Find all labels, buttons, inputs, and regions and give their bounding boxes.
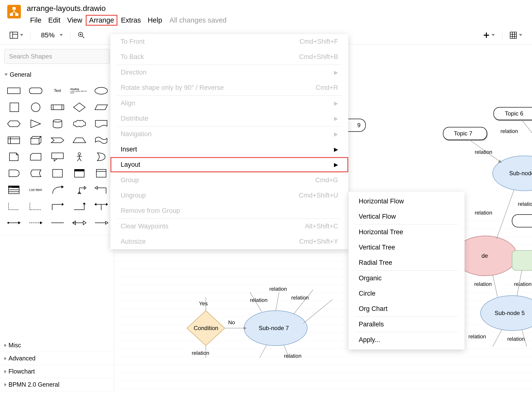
palette-general-header[interactable]: General <box>0 68 114 81</box>
add-button[interactable] <box>481 31 497 40</box>
shape-up-arrow-line[interactable] <box>70 200 88 213</box>
shape-arrow-left[interactable] <box>92 183 110 196</box>
menu-view[interactable]: View <box>64 15 86 26</box>
layout-apply[interactable]: Apply... <box>349 332 465 348</box>
layout-org-chart[interactable]: Org Chart <box>349 301 465 316</box>
shape-internal-storage[interactable] <box>5 134 23 147</box>
shape-hexagon[interactable] <box>5 117 23 130</box>
menu-arrange[interactable]: Arrange <box>86 15 117 26</box>
shape-connector-5[interactable] <box>92 216 110 229</box>
shape-diamond[interactable] <box>70 101 88 114</box>
menu-to-back[interactable]: To BackCmd+Shift+B <box>110 49 348 65</box>
shape-rectangle[interactable] <box>5 84 23 97</box>
shape-actor[interactable] <box>70 150 88 163</box>
shape-cloud[interactable] <box>70 117 88 130</box>
svg-rect-17 <box>8 88 20 94</box>
shape-connector-4[interactable] <box>70 216 88 229</box>
shape-circle[interactable] <box>27 101 45 114</box>
shape-document[interactable] <box>92 117 110 130</box>
node-topic-6[interactable]: Topic 6 <box>494 107 532 120</box>
shape-textbox[interactable]: HeadingLorem ipsum dolor sit amet <box>70 84 88 97</box>
menu-clear-waypoints[interactable]: Clear WaypointsAlt+Shift+C <box>110 219 348 234</box>
menu-autosize[interactable]: AutosizeCmd+Shift+Y <box>110 234 348 249</box>
node-unnamed-pill[interactable] <box>512 215 532 227</box>
app-logo[interactable] <box>7 5 21 18</box>
zoom-dropdown[interactable]: 85% <box>36 30 65 41</box>
shape-container[interactable] <box>49 167 66 180</box>
shape-dashed-corner[interactable] <box>5 200 23 213</box>
menu-group[interactable]: GroupCmd+G <box>110 173 348 188</box>
shape-data-storage[interactable] <box>27 167 45 180</box>
menu-to-front[interactable]: To FrontCmd+Shift+F <box>110 34 348 49</box>
shape-triangle[interactable] <box>27 117 45 130</box>
shape-trapezoid[interactable] <box>70 134 88 147</box>
node-subnode-7[interactable]: Sub-node 7 <box>244 311 307 346</box>
layout-vertical-flow[interactable]: Vertical Flow <box>349 209 465 224</box>
palette-advanced-header[interactable]: Advanced <box>0 352 114 365</box>
node-subnode[interactable]: Sub-node <box>493 156 532 191</box>
layout-horizontal-tree[interactable]: Horizontal Tree <box>349 224 465 240</box>
shape-cube[interactable] <box>27 134 45 147</box>
shape-parallelogram[interactable] <box>92 101 110 114</box>
palette-bpmn-header[interactable]: BPMN 2.0 General <box>0 378 114 391</box>
node-green[interactable] <box>512 250 532 270</box>
layout-horizontal-flow[interactable]: Horizontal Flow <box>349 194 465 209</box>
menu-edit[interactable]: Edit <box>45 15 64 26</box>
palette-misc-header[interactable]: Misc <box>0 339 114 352</box>
node-condition[interactable]: Condition <box>187 311 225 346</box>
shape-ellipse[interactable] <box>92 84 110 97</box>
shape-text[interactable]: Text <box>49 84 66 97</box>
menu-layout[interactable]: Layout▶ <box>110 157 348 172</box>
node-topic-7[interactable]: Topic 7 <box>443 127 487 140</box>
palette-label: BPMN 2.0 General <box>8 381 59 388</box>
shape-right-arrow-line[interactable] <box>49 200 66 213</box>
shape-tape[interactable] <box>92 134 110 147</box>
shape-connector-1[interactable] <box>5 216 23 229</box>
shape-square[interactable] <box>5 101 23 114</box>
document-title[interactable]: arrange-layouts.drawio <box>27 2 226 13</box>
menu-ungroup[interactable]: UngroupCmd+Shift+U <box>110 188 348 203</box>
menu-navigation[interactable]: Navigation▶ <box>110 126 348 142</box>
layout-circle[interactable]: Circle <box>349 286 465 301</box>
layout-organic[interactable]: Organic <box>349 271 465 286</box>
shape-callout[interactable] <box>49 150 66 163</box>
shape-card[interactable] <box>27 150 45 163</box>
menu-help[interactable]: Help <box>144 15 166 26</box>
menu-insert[interactable]: Insert▶ <box>110 142 348 157</box>
menu-remove-group[interactable]: Remove from Group <box>110 203 348 218</box>
shape-list-item[interactable]: List Item <box>27 183 45 196</box>
shape-connector-3[interactable] <box>49 216 66 229</box>
menu-distribute[interactable]: Distribute▶ <box>110 111 348 126</box>
shape-titled-container[interactable] <box>70 167 88 180</box>
layout-parallels[interactable]: Parallels <box>349 317 465 332</box>
search-shapes-input[interactable] <box>4 49 109 64</box>
shape-note[interactable] <box>5 150 23 163</box>
menu-align[interactable]: Align▶ <box>110 96 348 111</box>
shape-process[interactable] <box>49 101 66 114</box>
shape-rounded-rectangle[interactable] <box>27 84 45 97</box>
shape-and[interactable] <box>5 167 23 180</box>
shape-list[interactable]: List <box>5 183 23 196</box>
menu-rotate[interactable]: Rotate shape only by 90° / ReverseCmd+R <box>110 80 348 95</box>
shape-step[interactable] <box>49 134 66 147</box>
palette-flowchart-header[interactable]: Flowchart <box>0 365 114 378</box>
magnifier-plus-icon <box>78 32 85 39</box>
shape-connector-2[interactable] <box>27 216 45 229</box>
shape-curve-arrow[interactable] <box>49 183 66 196</box>
svg-rect-18 <box>29 88 42 94</box>
menu-extras[interactable]: Extras <box>117 15 144 26</box>
shape-double-arrow-line[interactable] <box>92 200 110 213</box>
node-subnode-5[interactable]: Sub-node 5 <box>481 296 532 331</box>
zoom-in-button[interactable] <box>75 30 87 40</box>
menu-direction[interactable]: Direction▶ <box>110 65 348 80</box>
shape-line-dash[interactable] <box>27 200 45 213</box>
menu-file[interactable]: File <box>27 15 45 26</box>
shape-frame[interactable] <box>92 167 110 180</box>
sidebar-toggle-button[interactable] <box>7 30 26 40</box>
shape-or[interactable] <box>92 150 110 163</box>
shape-bidir-arrow[interactable] <box>70 183 88 196</box>
shape-cylinder[interactable] <box>49 117 66 130</box>
table-button[interactable] <box>507 30 525 40</box>
layout-vertical-tree[interactable]: Vertical Tree <box>349 240 465 255</box>
layout-radial-tree[interactable]: Radial Tree <box>349 255 465 270</box>
